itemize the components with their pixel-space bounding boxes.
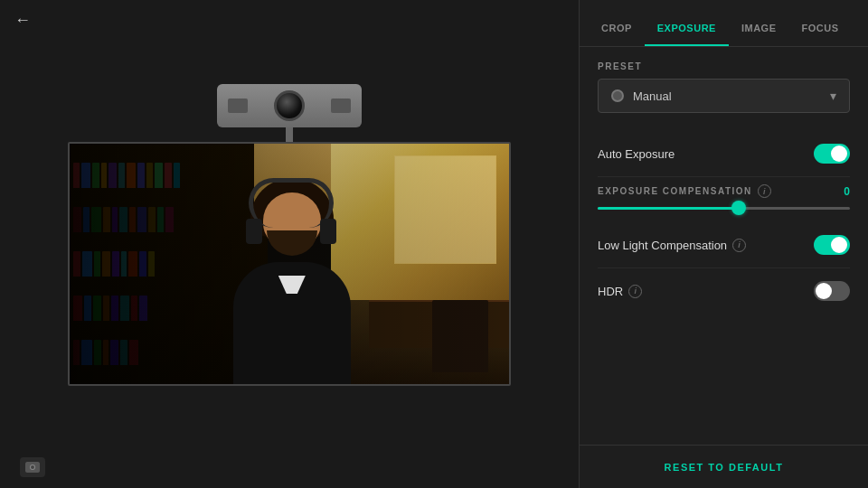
exposure-info-icon[interactable]: i	[758, 184, 771, 198]
low-light-row: Low Light Compensation i	[598, 222, 850, 268]
headphone-ear-left	[246, 219, 262, 244]
camera-button-right	[331, 99, 351, 113]
low-light-label: Low Light Compensation i	[598, 239, 746, 252]
tab-image[interactable]: IMAGE	[729, 10, 789, 46]
body	[233, 262, 351, 384]
exposure-compensation-section: EXPOSURE COMPENSATION i 0	[598, 184, 850, 222]
headphones-arc	[249, 178, 334, 228]
exposure-label-row: EXPOSURE COMPENSATION i	[598, 184, 771, 198]
auto-exposure-toggle[interactable]	[814, 144, 850, 164]
camera-icon-bottom[interactable]	[20, 457, 45, 477]
low-light-info-icon[interactable]: i	[732, 239, 746, 252]
tab-exposure[interactable]: EXPOSURE	[645, 10, 729, 46]
person-figure	[202, 185, 382, 384]
exposure-compensation-value: 0	[844, 185, 850, 198]
low-light-toggle[interactable]	[814, 235, 850, 255]
tab-focus[interactable]: FOCUS	[788, 10, 851, 46]
shirt-collar	[278, 276, 306, 294]
auto-exposure-row: Auto Exposure	[598, 131, 850, 177]
preset-value: Manual	[633, 89, 672, 103]
camera-device: logi	[217, 84, 362, 142]
settings-content: PRESET Manual ▾ Auto Exposure EXPOSURE C…	[580, 47, 868, 445]
tab-crop[interactable]: CROP	[589, 10, 645, 46]
exposure-slider-thumb[interactable]	[731, 201, 746, 215]
tab-bar: CROP EXPOSURE IMAGE FOCUS	[580, 0, 868, 47]
preset-dropdown[interactable]: Manual ▾	[598, 79, 850, 113]
preset-section-label: PRESET	[598, 61, 850, 71]
chevron-down-icon: ▾	[830, 89, 836, 103]
auto-exposure-label: Auto Exposure	[598, 147, 675, 161]
exposure-compensation-header: EXPOSURE COMPENSATION i 0	[598, 184, 850, 198]
hdr-row: HDR i	[598, 268, 850, 314]
low-light-toggle-knob	[831, 237, 847, 253]
camera-body: logi	[217, 84, 362, 127]
reset-bar: RESET TO DEFAULT	[580, 445, 868, 488]
left-panel: ← logi	[0, 0, 579, 488]
hdr-toggle[interactable]	[814, 281, 850, 301]
video-preview	[68, 142, 511, 386]
right-panel: CROP EXPOSURE IMAGE FOCUS PRESET Manual …	[579, 0, 868, 488]
room-scene	[70, 144, 509, 384]
hdr-info-icon[interactable]: i	[628, 285, 642, 298]
camera-stand	[286, 127, 293, 142]
exposure-compensation-label: EXPOSURE COMPENSATION	[598, 186, 752, 196]
hdr-toggle-knob	[816, 283, 832, 299]
exposure-slider-container	[598, 203, 850, 222]
reset-to-default-button[interactable]: RESET TO DEFAULT	[665, 462, 784, 473]
hdr-label: HDR i	[598, 285, 642, 298]
camera-lens	[274, 90, 305, 121]
preset-indicator	[611, 89, 624, 102]
exposure-slider-track	[598, 207, 850, 210]
svg-point-1	[31, 465, 34, 469]
exposure-slider-fill	[598, 207, 739, 210]
preset-left: Manual	[611, 89, 672, 103]
beard	[267, 230, 317, 256]
camera-button-left	[228, 99, 248, 113]
person-head-area	[259, 185, 325, 256]
back-button[interactable]: ←	[14, 11, 31, 30]
headphone-ear-right	[320, 219, 336, 244]
auto-exposure-toggle-knob	[831, 145, 847, 162]
